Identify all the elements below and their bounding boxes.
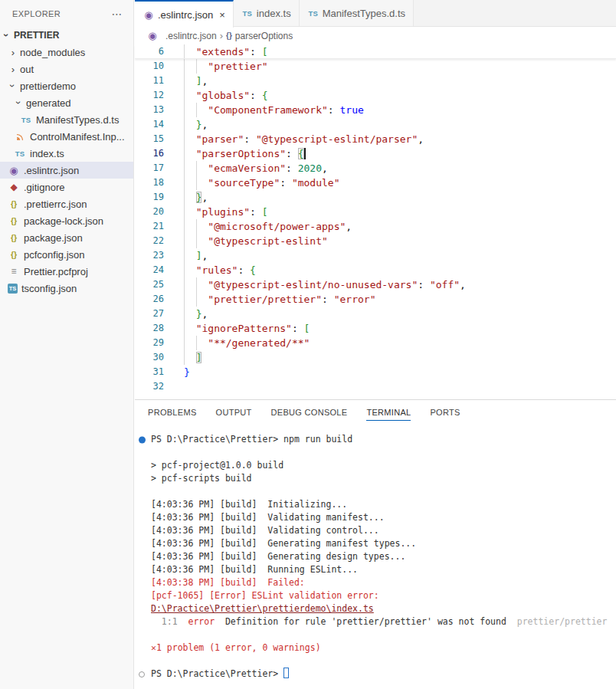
terminal-text: ✕	[151, 642, 156, 653]
indent-guide	[184, 234, 185, 248]
tree-item-.prettierrc.json[interactable]: {}.prettierrc.json	[0, 195, 133, 212]
indent-guide	[184, 292, 185, 307]
code-token: ]	[196, 352, 202, 363]
tree-item-index.ts[interactable]: TSindex.ts	[0, 145, 133, 162]
tab-manifesttypes.d.ts[interactable]: TSManifestTypes.d.ts	[300, 0, 414, 26]
line-number: 26	[135, 292, 164, 307]
ts-icon: TS	[241, 7, 254, 19]
code-token: [	[262, 46, 268, 57]
code-token: "@typescript-eslint"	[208, 235, 328, 247]
tree-item-prettierdemo[interactable]: ›prettierdemo	[0, 77, 133, 94]
panel-tab-debug-console[interactable]: DEBUG CONSOLE	[271, 405, 348, 420]
terminal-line	[138, 485, 616, 498]
breadcrumb-file[interactable]: .eslintrc.json	[165, 31, 217, 41]
tree-item-tsconfig.json[interactable]: TStsconfig.json	[0, 280, 133, 297]
tree-item-label: package.json	[24, 232, 83, 244]
terminal-text: PS D:\Practice\Prettier>	[151, 668, 283, 679]
tree-item-out[interactable]: ›out	[0, 61, 133, 77]
code-line: 32	[135, 379, 616, 394]
code-token: "@typescript-eslint/no-unused-vars"	[208, 279, 418, 290]
ts-icon: TS	[307, 7, 319, 19]
command-decoration-circle-icon[interactable]	[139, 671, 145, 678]
code-token: ,	[460, 279, 466, 290]
tree-item-label: .prettierrc.json	[24, 198, 87, 210]
panel-tab-output[interactable]: OUTPUT	[216, 405, 252, 420]
terminal-line: [4:03:38 PM] [build] Failed:	[138, 576, 616, 589]
code-token: [	[262, 206, 268, 218]
tab-index.ts[interactable]: TSindex.ts	[234, 0, 300, 26]
tree-item-controlmanifest.inp...[interactable]: ControlManifest.Inp...	[0, 128, 133, 145]
terminal-text: [pcf-1065] [Error] ESLint validation err…	[151, 590, 379, 601]
close-icon[interactable]: ×	[219, 9, 225, 21]
code-line: 29"**/generated/**"	[135, 336, 616, 350]
code-token: ,	[346, 221, 352, 232]
eslint-icon: ◉	[146, 30, 159, 42]
tree-item-pcfconfig.json[interactable]: {}pcfconfig.json	[0, 246, 133, 263]
tree-item-generated[interactable]: ›generated	[0, 94, 133, 111]
tree-item-manifesttypes.d.ts[interactable]: TSManifestTypes.d.ts	[0, 111, 133, 128]
code-token: "rules"	[196, 264, 238, 276]
line-number: 11	[135, 74, 164, 88]
json-icon: {}	[8, 215, 20, 227]
indent-guide	[184, 350, 185, 365]
code-line: 27},	[135, 307, 616, 321]
line-number: 6	[135, 44, 164, 58]
code-token: :	[286, 148, 298, 159]
code-token: "prettier/prettier"	[208, 294, 322, 305]
tree-root-label: PRETTIER	[14, 30, 59, 41]
tree-item-node-modules[interactable]: ›node_modules	[0, 44, 133, 61]
code-token: ,	[202, 119, 208, 130]
code-line: 10"prettier"	[135, 59, 616, 74]
tree-item-prettier.pcfproj[interactable]: ≡Prettier.pcfproj	[0, 263, 133, 280]
line-number: 21	[135, 219, 164, 234]
xml-icon	[14, 130, 26, 143]
code-token: :	[418, 279, 430, 290]
panel-tab-terminal[interactable]: TERMINAL	[366, 405, 411, 420]
tab-label: .eslintrc.json	[158, 9, 213, 21]
ts-icon: TS	[14, 147, 26, 159]
indent-guide	[184, 103, 185, 117]
terminal[interactable]: PS D:\Practice\Prettier> npm run build> …	[135, 425, 616, 681]
breadcrumb[interactable]: ◉ .eslintrc.json › {} parserOptions	[135, 27, 616, 44]
chevron-right-icon: ›	[8, 63, 18, 75]
code-token: "@microsoft/power-apps"	[208, 221, 346, 232]
indent-guide	[184, 321, 185, 336]
code-editor[interactable]: 6"extends": [ 10"prettier"11],12"globals…	[135, 44, 616, 394]
breadcrumb-symbol[interactable]: parserOptions	[235, 31, 293, 41]
code-token: :	[280, 177, 292, 189]
panel-tab-ports[interactable]: PORTS	[430, 405, 460, 420]
eslint-icon: ◉	[143, 8, 155, 21]
code-line: 21"@microsoft/power-apps",	[135, 219, 616, 234]
line-number: 19	[135, 190, 164, 205]
tree-item-package.json[interactable]: {}package.json	[0, 229, 133, 246]
line-number: 12	[135, 88, 164, 103]
more-actions-button[interactable]: ⋯	[112, 8, 123, 20]
tree-item-.gitignore[interactable]: ◆.gitignore	[0, 179, 133, 195]
code-token: :	[238, 264, 250, 276]
code-lines: 10"prettier"11],12"globals": {13"Compone…	[135, 59, 616, 394]
tree-root-prettier[interactable]: › PRETTIER	[0, 27, 133, 44]
code-token: ,	[202, 250, 208, 261]
editor-group: ◉.eslintrc.json×TSindex.tsTSManifestType…	[135, 0, 616, 689]
indent-guide	[184, 88, 185, 103]
vscode-window: EXPLORER ⋯ › PRETTIER ›node_modules›out›…	[0, 0, 616, 689]
panel-tab-problems[interactable]: PROBLEMS	[148, 405, 197, 420]
terminal-text: [4:03:36 PM] [build] Validating control.…	[151, 525, 379, 536]
code-token: true	[340, 104, 364, 116]
tree-item-package-lock.json[interactable]: {}package-lock.json	[0, 212, 133, 229]
terminal-line: > pcf-scripts build	[138, 472, 616, 485]
indent-guide	[184, 263, 185, 277]
tab-.eslintrc.json[interactable]: ◉.eslintrc.json×	[135, 0, 234, 28]
explorer-sidebar: EXPLORER ⋯ › PRETTIER ›node_modules›out›…	[0, 0, 134, 689]
code-token: {	[262, 90, 268, 101]
file-path-link[interactable]: D:\Practice\Prettier\prettierdemo\index.…	[151, 603, 374, 614]
code-line: 13"ComponentFramework": true	[135, 103, 616, 117]
line-number: 30	[135, 350, 164, 365]
code-line: 31}	[135, 365, 616, 379]
terminal-text: Definition for rule 'prettier/prettier' …	[215, 616, 506, 627]
command-decoration-dot-icon[interactable]	[139, 436, 146, 443]
tree-item-.eslintrc.json[interactable]: ◉.eslintrc.json	[0, 162, 133, 179]
code-token: :	[286, 162, 298, 174]
indent-guide	[184, 74, 185, 88]
code-token: 2020	[298, 162, 322, 174]
